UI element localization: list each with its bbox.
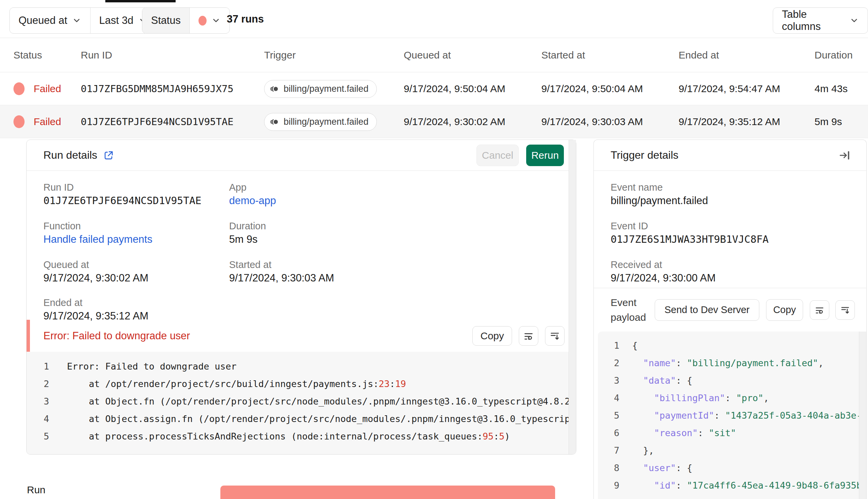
time-field-filter-group: Queued at Last 3d (9, 8, 157, 34)
trigger-event-pill[interactable]: billing/payment.failed (264, 80, 377, 98)
code-text: }, (643, 445, 654, 455)
code-text: "reason" (654, 428, 698, 438)
code-text: "1437a25f-05a3-404a-ab3e-d4e (725, 410, 866, 421)
queued-at-filter-button[interactable]: Queued at (10, 8, 90, 33)
started-at-value: 9/17/2024, 9:30:03 AM (229, 272, 334, 284)
word-wrap-icon (523, 330, 534, 341)
copy-error-button[interactable]: Copy (472, 326, 512, 346)
send-to-dev-server-button[interactable]: Send to Dev Server (655, 299, 759, 321)
code-text (632, 410, 654, 421)
code-text (632, 498, 643, 499)
trigger-cell: billing/payment.failed (264, 72, 377, 105)
error-header: Error: Failed to downgrade user Copy (27, 320, 576, 352)
line-number: 1 (27, 358, 49, 375)
code-line: 9 "id": "17ca4ff6-45ea-4149-9b48-6fa935b… (598, 477, 866, 494)
code-text: 95 (482, 431, 494, 441)
started-at-cell: 9/17/2024, 9:30:03 AM (541, 105, 643, 138)
duration-label: Duration (229, 221, 266, 232)
error-stack-trace[interactable]: 1Error: Failed to downgrade user2 at /op… (27, 352, 576, 454)
status-filter-group: Status (142, 8, 230, 34)
code-line: 8 "user": { (598, 459, 866, 477)
copy-payload-button[interactable]: Copy (766, 299, 803, 321)
word-wrap-toggle-button[interactable] (519, 326, 538, 346)
collapse-panel-icon[interactable] (839, 149, 851, 161)
event-payload-json[interactable]: 1{2 "name": "billing/payment.failed",3 "… (598, 331, 866, 499)
column-header-run-id: Run ID (81, 38, 112, 72)
code-text: : (676, 358, 687, 368)
queued-at-cell: 9/17/2024, 9:30:02 AM (404, 105, 505, 138)
time-range-filter-label: Last 3d (99, 14, 134, 27)
run-timeline-bar[interactable] (220, 486, 555, 499)
trigger-details-title: Trigger details (611, 149, 678, 161)
code-text: : { (676, 375, 692, 386)
code-line: 1{ (598, 337, 866, 354)
error-accent-bar (27, 320, 30, 352)
code-text: "billing/payment.failed" (687, 358, 818, 368)
status-cell: Failed (13, 72, 61, 105)
code-line: 2 "name": "billing/payment.failed", (598, 354, 866, 372)
tab-indicator (105, 0, 176, 2)
code-text (632, 445, 643, 455)
code-text: "sit" (709, 428, 736, 438)
table-row[interactable]: Failed 01J7ZE6TPJF6E94NCSD1V95TAE billin… (0, 105, 868, 138)
line-number: 3 (598, 372, 619, 389)
code-text: } (643, 498, 649, 499)
line-number: 5 (27, 428, 49, 445)
open-in-new-tab-icon[interactable] (103, 150, 114, 161)
table-row[interactable]: Failed 01J7ZFBG5DMM85MJA9H659JX75 billin… (0, 72, 868, 105)
code-text (632, 393, 654, 403)
column-header-trigger: Trigger (264, 38, 296, 72)
code-text: : { (676, 463, 692, 473)
error-code-scrollbar[interactable] (569, 140, 576, 454)
code-text: "user" (643, 463, 676, 473)
payload-scrollbar[interactable] (859, 331, 866, 499)
code-line: 3 "data": { (598, 372, 866, 389)
received-at-value: 9/17/2024, 9:30:00 AM (611, 272, 715, 284)
code-line: 10 } (598, 494, 866, 499)
list-down-arrow-icon (840, 305, 850, 315)
event-broadcast-icon (270, 117, 279, 126)
code-text: , (818, 358, 823, 368)
code-line: 7 }, (598, 442, 866, 459)
started-at-label: Started at (229, 259, 272, 270)
line-number: 2 (27, 375, 49, 393)
code-text: at Object.assign.fn (/opt/render/project… (67, 414, 576, 424)
code-text: 23 (379, 379, 390, 389)
cancel-button[interactable]: Cancel (477, 145, 519, 166)
table-columns-group: Table columns (773, 8, 868, 34)
event-payload-title: Event payload (611, 295, 646, 325)
code-line: 4 "billingPlan": "pro", (598, 389, 866, 407)
failed-status-dot (198, 16, 207, 26)
status-filter-label: Status (151, 14, 181, 27)
status-cell: Failed (13, 105, 61, 138)
payload-word-wrap-button[interactable] (810, 300, 829, 320)
payload-scroll-to-bottom-button[interactable] (835, 300, 855, 320)
line-number: 6 (598, 424, 619, 442)
scroll-to-bottom-button[interactable] (545, 326, 565, 346)
code-text: { (632, 340, 638, 351)
app-link[interactable]: demo-app (229, 195, 276, 207)
run-id-cell: 01J7ZE6TPJF6E94NCSD1V95TAE (81, 105, 233, 138)
status-filter-value-button[interactable] (190, 8, 229, 33)
function-label: Function (44, 221, 81, 232)
column-header-ended-at: Ended at (678, 38, 719, 72)
code-text: at process.processTicksAndRejections (no… (67, 431, 482, 441)
table-columns-button[interactable]: Table columns (773, 8, 868, 33)
status-filter-label-segment: Status (142, 8, 190, 33)
trigger-details-header: Trigger details (594, 140, 866, 171)
rerun-button[interactable]: Rerun (526, 145, 564, 166)
table-columns-label: Table columns (782, 9, 845, 33)
trigger-cell: billing/payment.failed (264, 105, 377, 138)
ended-at-cell: 9/17/2024, 9:35:12 AM (678, 105, 780, 138)
code-text (632, 428, 654, 438)
code-text: : (714, 410, 725, 421)
filter-toolbar: Queued at Last 3d Status 37 runs Table c… (0, 0, 868, 38)
trigger-event-pill[interactable]: billing/payment.failed (264, 113, 377, 131)
line-number: 1 (598, 337, 619, 354)
function-link[interactable]: Handle failed payments (44, 233, 153, 245)
code-line: 5 at process.processTicksAndRejections (… (27, 428, 576, 445)
trigger-event-name: billing/payment.failed (284, 84, 369, 94)
code-text: : (676, 480, 687, 490)
list-down-arrow-icon (550, 330, 560, 341)
column-header-started-at: Started at (541, 38, 585, 72)
